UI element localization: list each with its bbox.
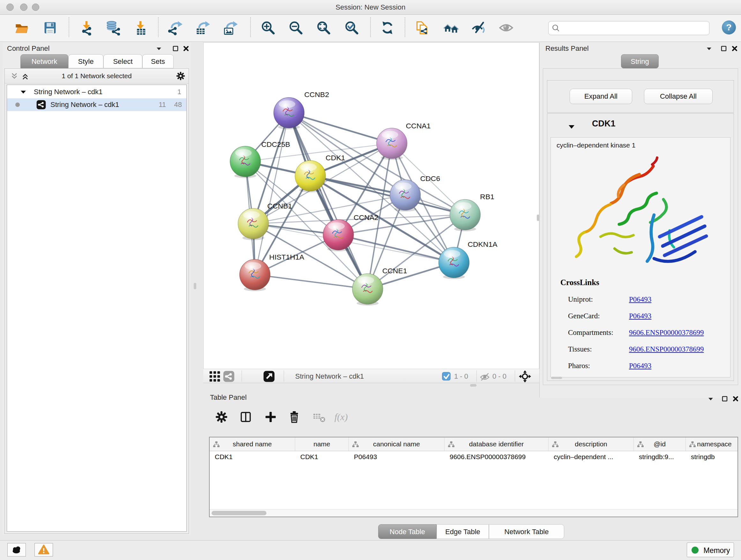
open-file-button[interactable] [14,20,29,36]
zoom-in-button[interactable] [260,20,276,36]
column-header-shared-name[interactable]: shared name [210,437,295,451]
refresh-view-button[interactable] [380,20,395,36]
main-toolbar: ? [0,15,741,42]
crosslink-link[interactable]: P06493 [629,312,651,320]
table-horizontal-scrollbar[interactable] [210,509,738,516]
import-network-from-database-button[interactable] [106,20,121,36]
tab-string[interactable]: String [621,54,659,68]
edge-CCNB2-CCNA1[interactable] [289,113,392,143]
tab-network-table[interactable]: Network Table [489,524,564,539]
column-label: database identifier [445,437,548,451]
network-collection-row[interactable]: String Network – cdk1 1 [7,85,186,98]
column-header-description[interactable]: description [549,437,634,451]
crosslink-link[interactable]: P06493 [629,295,651,303]
table-settings-gear-button[interactable] [214,410,228,424]
results-panel-float-icon[interactable] [720,45,728,53]
column-header-namespace[interactable]: namespace [686,437,741,451]
crosslink-link[interactable]: 9606.ENSP00000378699 [629,345,704,353]
export-network-button[interactable] [168,20,184,36]
table-cell[interactable]: 9606.ENSP00000378699 [445,451,549,463]
node-CCNB1[interactable] [238,208,269,240]
grid-view-icon[interactable] [209,371,220,382]
column-header-name[interactable]: name [295,437,349,451]
column-header--id[interactable]: @id [634,437,686,451]
crosslink-link[interactable]: P06493 [629,362,651,370]
zoom-selected-region-button[interactable] [344,20,359,36]
export-image-button[interactable] [223,20,239,36]
network-view-canvas[interactable]: CCNB2CCNA1CDC25BCDK1CDC6RB1CCNB1CCNA2CDK… [203,43,539,369]
zoom-fit-content-button[interactable] [316,20,331,36]
right-splitter-handle[interactable] [537,214,539,221]
export-table-button[interactable] [196,20,211,36]
fit-selected-crosshair-icon[interactable] [519,370,531,383]
table-cell[interactable]: stringdb [686,451,741,463]
node-CCNA1[interactable] [377,128,407,160]
left-splitter-handle[interactable] [194,283,196,289]
network-options-gear-icon[interactable] [176,71,183,78]
table-cell[interactable]: CDK1 [210,451,295,463]
column-header-canonical-name[interactable]: canonical name [349,437,445,451]
edge-CCNB2-HIST1H1A[interactable] [255,113,289,274]
cloud-status-button[interactable] [7,543,26,557]
table-cell[interactable]: stringdb:9... [634,451,686,463]
crosslink-link[interactable]: 9606.ENSP00000378699 [629,328,704,336]
table-panel-float-icon[interactable] [721,395,729,403]
entry-scrollbar-thumb[interactable] [551,377,562,379]
warnings-button[interactable] [35,543,53,557]
toolbar-separator [405,17,405,37]
tab-select[interactable]: Select [104,54,142,68]
table-panel-close-icon[interactable] [732,395,740,403]
table-panel-menu-caret-icon[interactable] [707,395,715,403]
control-panel: Control Panel NetworkStyleSelectSets 1 o… [3,43,191,535]
table-cell[interactable]: cyclin–dependent ... [549,451,634,463]
command-documents-button[interactable] [414,20,429,36]
control-panel-float-icon[interactable] [172,45,180,53]
create-column-button[interactable] [264,410,278,424]
node-RB1[interactable] [450,199,481,232]
scrollbar-thumb[interactable] [212,511,266,515]
control-panel-close-icon[interactable] [183,45,190,53]
search-input[interactable] [562,22,708,34]
toggle-column-view-button[interactable] [239,410,253,424]
table-cell[interactable]: CDK1 [295,451,349,463]
tab-edge-table[interactable]: Edge Table [436,524,489,539]
column-label: shared name [210,437,295,451]
node-CDC6[interactable] [390,180,421,212]
delete-column-button[interactable] [287,410,301,424]
table-cell[interactable]: P06493 [349,451,445,463]
memory-button[interactable]: Memory [687,543,734,557]
save-session-button[interactable] [43,20,58,36]
tab-style[interactable]: Style [68,54,104,68]
open-in-window-icon[interactable] [263,371,275,382]
tab-node-table[interactable]: Node Table [378,524,436,539]
selected-checkbox-icon[interactable] [442,372,451,381]
zoom-out-button[interactable] [288,20,304,36]
help-button[interactable]: ? [722,20,736,35]
node-HIST1H1A[interactable] [240,259,270,291]
bottom-splitter-handle[interactable] [470,384,476,387]
home-overview-button[interactable] [443,20,459,36]
node-CDKN1A[interactable] [439,247,469,279]
edge-HIST1H1A-CCNE1[interactable] [255,274,367,289]
results-panel-close-icon[interactable] [731,45,739,53]
network-share-view-icon[interactable] [223,371,234,382]
node-CDK1[interactable] [295,161,326,192]
column-header-database-identifier[interactable]: database identifier [445,437,549,451]
edge-CCNB2-CCNE1[interactable] [289,113,367,289]
tab-network[interactable]: Network [20,54,68,68]
graphics-details-eye-icon [498,32,514,37]
entry-collapse-caret-icon[interactable] [567,123,576,132]
import-table-from-file-button[interactable] [133,20,148,36]
tab-sets[interactable]: Sets [142,54,174,68]
zoom-out-icon [288,32,304,37]
hide-annotations-eye-button[interactable] [471,20,486,36]
import-network-from-file-button[interactable] [79,20,94,36]
collapse-all-button[interactable]: Collapse All [644,89,713,104]
results-panel-menu-caret-icon[interactable] [705,45,713,53]
node-CCNE1[interactable] [352,273,383,306]
network-row-selected[interactable]: String Network – cdk1 11 48 [7,98,186,111]
hidden-eye-slash-icon[interactable] [480,372,491,383]
graphics-details-eye-button[interactable] [498,20,514,36]
expand-all-button[interactable]: Expand All [569,89,632,104]
control-panel-menu-caret-icon[interactable] [155,45,163,53]
